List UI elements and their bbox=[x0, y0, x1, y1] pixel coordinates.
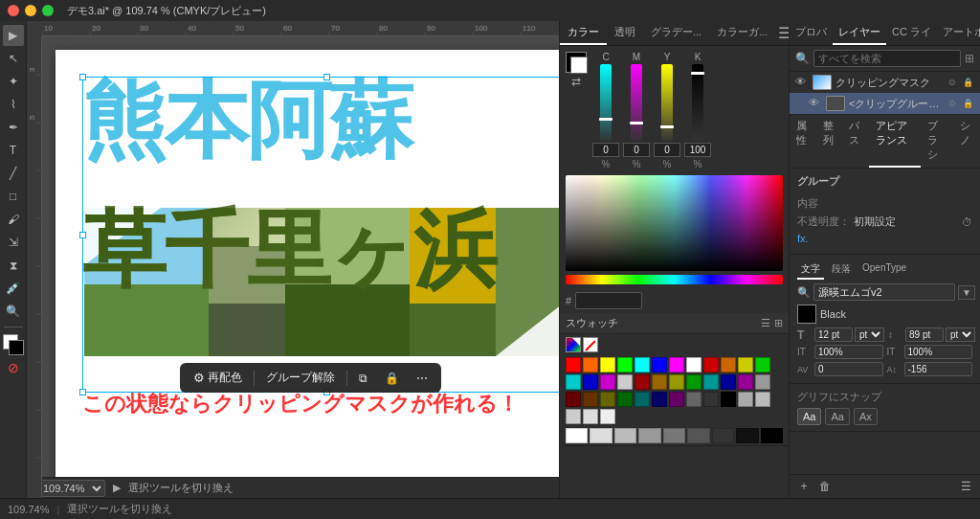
filter-icon[interactable]: ⊞ bbox=[965, 52, 974, 65]
swatch-color-item[interactable] bbox=[652, 374, 667, 390]
zoom-tool[interactable]: 🔍 bbox=[3, 301, 24, 322]
foreground-color[interactable] bbox=[566, 52, 587, 73]
tab-brush[interactable]: ブラシ bbox=[921, 115, 953, 168]
blend-tool[interactable]: ⧗ bbox=[3, 255, 24, 276]
swatch-color-item[interactable] bbox=[738, 392, 753, 407]
swatch-color-item[interactable] bbox=[703, 374, 719, 390]
swatch-list-icon[interactable]: ☰ bbox=[761, 317, 770, 329]
swatch-gray-item[interactable] bbox=[638, 428, 660, 443]
swatch-color-item[interactable] bbox=[652, 357, 667, 372]
minimize-button[interactable] bbox=[25, 5, 36, 16]
swatch-color-item[interactable] bbox=[600, 392, 615, 407]
swatch-color-item[interactable] bbox=[617, 392, 633, 407]
delete-layer-button[interactable]: 🗑 bbox=[816, 478, 834, 495]
zoom-selector[interactable]: 109.74% bbox=[34, 480, 105, 497]
maximize-button[interactable] bbox=[42, 5, 54, 16]
swatch-special-1[interactable] bbox=[566, 337, 581, 352]
swatch-color-item[interactable] bbox=[669, 392, 684, 407]
layer-clip-group[interactable]: 👁 <クリップグループ> ⊙ 🔒 bbox=[790, 93, 980, 114]
swatch-color-item[interactable] bbox=[669, 357, 684, 372]
color-spectrum[interactable] bbox=[566, 175, 783, 271]
swatch-gray-item[interactable] bbox=[566, 428, 588, 443]
lock-button[interactable]: 🔒 bbox=[379, 370, 405, 387]
cyan-slider[interactable] bbox=[600, 64, 612, 141]
swatch-color-item[interactable] bbox=[635, 357, 650, 372]
font-dropdown-btn[interactable]: ▼ bbox=[958, 285, 975, 300]
tab-properties[interactable]: プロパ bbox=[790, 21, 833, 45]
type-tool[interactable]: T bbox=[3, 140, 24, 161]
snap-ascender-btn[interactable]: Aa bbox=[825, 408, 849, 425]
snap-baseline-btn[interactable]: Aa bbox=[797, 408, 821, 425]
swatch-color-item[interactable] bbox=[721, 392, 736, 407]
swatch-color-item[interactable] bbox=[703, 357, 719, 372]
tab-cc-libraries[interactable]: CC ライ bbox=[886, 21, 937, 45]
direct-select-tool[interactable]: ↖ bbox=[3, 48, 24, 69]
swatch-color-item[interactable] bbox=[686, 392, 702, 407]
swatch-color-item[interactable] bbox=[755, 392, 770, 407]
swatch-color-item[interactable] bbox=[652, 392, 667, 407]
swatch-color-item[interactable] bbox=[721, 374, 736, 390]
swatch-gray-item[interactable] bbox=[761, 428, 783, 443]
swatch-color-item[interactable] bbox=[583, 392, 598, 407]
close-button[interactable] bbox=[8, 5, 19, 16]
hue-bar[interactable] bbox=[566, 275, 783, 284]
fx-label[interactable]: fx. bbox=[797, 233, 835, 244]
tab-artboards[interactable]: アートボ bbox=[937, 21, 980, 45]
tab-layers[interactable]: レイヤー bbox=[833, 21, 886, 45]
swatch-color-item[interactable] bbox=[635, 392, 650, 407]
arrange-button[interactable]: ⧉ bbox=[353, 370, 373, 387]
swatch-color-item[interactable] bbox=[600, 357, 615, 372]
snap-descender-btn[interactable]: Ax bbox=[854, 408, 878, 425]
new-layer-button[interactable]: + bbox=[795, 478, 813, 495]
line-tool[interactable]: ╱ bbox=[3, 163, 24, 184]
layer-options-2[interactable]: ⊙ bbox=[946, 97, 959, 110]
swatch-color-item[interactable] bbox=[738, 374, 753, 390]
opacity-clock-icon[interactable]: ⏱ bbox=[962, 216, 972, 228]
swatch-color-item[interactable] bbox=[738, 357, 753, 372]
swatch-color-item[interactable] bbox=[755, 357, 770, 372]
yellow-value[interactable] bbox=[654, 143, 680, 157]
hex-input[interactable] bbox=[575, 292, 642, 309]
yellow-slider[interactable] bbox=[661, 64, 673, 141]
layer-options-1[interactable]: ⊙ bbox=[946, 76, 959, 89]
swap-colors-icon[interactable]: ⇄ bbox=[571, 75, 581, 88]
swatch-gray-item[interactable] bbox=[736, 428, 758, 443]
leading-unit-select[interactable]: pt bbox=[946, 327, 975, 342]
tab-appearance[interactable]: アピアランス bbox=[869, 115, 922, 168]
pen-tool[interactable]: ✒ bbox=[3, 117, 24, 138]
more-button[interactable]: ⋯ bbox=[411, 370, 434, 387]
layer-lock-1[interactable]: 🔒 bbox=[961, 76, 974, 89]
search-font-icon[interactable]: 🔍 bbox=[797, 286, 811, 299]
baseline-input[interactable] bbox=[904, 362, 973, 376]
swatch-color-item[interactable] bbox=[755, 374, 770, 390]
swatch-gray-item[interactable] bbox=[614, 428, 636, 443]
select-tool[interactable]: ▶ bbox=[3, 25, 24, 46]
swatch-color-item[interactable] bbox=[617, 374, 633, 390]
swatch-color-item[interactable] bbox=[566, 374, 581, 390]
tab-transparency[interactable]: 透明 bbox=[607, 21, 643, 45]
color-panel-menu[interactable]: ☰ bbox=[775, 24, 789, 43]
swatch-grid-icon[interactable]: ⊞ bbox=[774, 317, 783, 329]
font-name-input[interactable] bbox=[813, 283, 955, 301]
black-value[interactable] bbox=[684, 143, 711, 157]
tab-path[interactable]: パス bbox=[842, 115, 869, 168]
stroke-color-box[interactable] bbox=[9, 340, 24, 355]
swatch-color-item[interactable] bbox=[583, 374, 598, 390]
swatch-color-item[interactable] bbox=[583, 409, 598, 424]
layer-visibility-1[interactable]: 👁 bbox=[795, 76, 809, 89]
tab-colorguide[interactable]: カラーガ... bbox=[709, 21, 775, 45]
font-color-swatch[interactable] bbox=[797, 305, 816, 324]
scale-v-input[interactable] bbox=[904, 345, 973, 359]
tab-align[interactable]: 整列 bbox=[816, 115, 843, 168]
scale-tool[interactable]: ⇲ bbox=[3, 232, 24, 253]
swatch-color-item[interactable] bbox=[617, 357, 633, 372]
cyan-value[interactable] bbox=[592, 143, 619, 157]
tracking-input[interactable] bbox=[814, 362, 883, 376]
layer-lock-2[interactable]: 🔒 bbox=[961, 97, 974, 110]
layers-search-input[interactable] bbox=[813, 50, 961, 67]
ungroup-button[interactable]: グループ解除 bbox=[260, 368, 341, 388]
none-color-btn[interactable]: ⊘ bbox=[3, 357, 24, 378]
swatch-color-item[interactable] bbox=[583, 357, 598, 372]
tab-paragraph[interactable]: 段落 bbox=[828, 260, 855, 280]
layer-clipping-mask[interactable]: 👁 クリッピングマスク ⊙ 🔒 bbox=[790, 72, 980, 93]
